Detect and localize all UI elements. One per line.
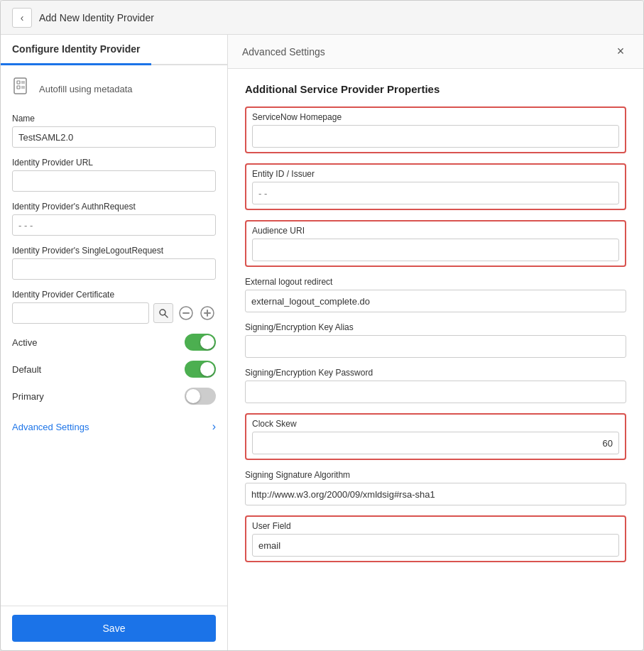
cert-minus-button[interactable] xyxy=(178,305,195,322)
input-name[interactable] xyxy=(12,126,216,148)
right-panel: Advanced Settings × Additional Service P… xyxy=(228,35,643,650)
label-signing-algorithm: Signing Signature Algorithm xyxy=(245,470,626,480)
input-entity-id[interactable] xyxy=(252,182,619,204)
toggle-row-primary: Primary xyxy=(12,388,216,405)
section-title: Additional Service Provider Properties xyxy=(245,83,626,95)
save-button[interactable]: Save xyxy=(12,615,216,642)
autofill-row[interactable]: Autofill using metadata xyxy=(12,77,216,101)
form-group-name: Name xyxy=(12,114,216,148)
input-servicenow-homepage[interactable] xyxy=(252,125,619,148)
form-group-slo: Identity Provider's SingleLogoutRequest xyxy=(12,246,216,280)
input-slo[interactable] xyxy=(12,258,216,280)
label-slo: Identity Provider's SingleLogoutRequest xyxy=(12,246,216,256)
label-servicenow-homepage: ServiceNow Homepage xyxy=(252,112,619,122)
toggle-label-primary: Primary xyxy=(12,391,44,402)
modal-body: Configure Identity Provider xyxy=(1,35,643,650)
label-idp-url: Identity Provider URL xyxy=(12,158,216,168)
field-signing-key-alias: Signing/Encryption Key Alias xyxy=(245,322,626,358)
cert-add-button[interactable] xyxy=(199,305,216,322)
input-audience-uri[interactable] xyxy=(252,239,619,261)
autofill-icon xyxy=(12,77,32,101)
label-clock-skew: Clock Skew xyxy=(252,419,619,429)
field-entity-id: Entity ID / Issuer xyxy=(245,163,626,210)
input-idp-url[interactable] xyxy=(12,170,216,192)
label-signing-key-alias: Signing/Encryption Key Alias xyxy=(245,322,626,332)
advanced-settings-link[interactable]: Advanced Settings › xyxy=(12,415,216,439)
toggle-label-default: Default xyxy=(12,364,41,375)
label-cert: Identity Provider Certificate xyxy=(12,290,216,300)
toggle-label-active: Active xyxy=(12,337,37,348)
field-signing-key-password: Signing/Encryption Key Password xyxy=(245,368,626,403)
toggle-row-active: Active xyxy=(12,334,216,351)
input-user-field[interactable] xyxy=(252,534,619,557)
toggle-active[interactable] xyxy=(185,334,216,351)
modal-title: Add New Identity Provider xyxy=(39,12,154,23)
cert-row xyxy=(12,302,216,324)
label-user-field: User Field xyxy=(252,521,619,531)
label-external-logout: External logout redirect xyxy=(245,277,626,287)
input-cert[interactable] xyxy=(12,302,149,324)
modal-container: ‹ Add New Identity Provider Configure Id… xyxy=(0,0,644,651)
svg-rect-4 xyxy=(17,86,20,89)
input-signing-key-alias[interactable] xyxy=(245,335,626,358)
field-external-logout: External logout redirect xyxy=(245,277,626,312)
form-group-cert: Identity Provider Certificate xyxy=(12,290,216,324)
svg-line-8 xyxy=(165,314,168,317)
label-audience-uri: Audience URI xyxy=(252,226,619,236)
cert-search-button[interactable] xyxy=(153,303,173,323)
tab-bar: Configure Identity Provider xyxy=(1,35,227,65)
label-signing-key-password: Signing/Encryption Key Password xyxy=(245,368,626,378)
field-clock-skew: Clock Skew xyxy=(245,413,626,460)
label-authn: Identity Provider's AuthnRequest xyxy=(12,202,216,212)
toggle-primary[interactable] xyxy=(185,388,216,405)
svg-rect-1 xyxy=(17,81,20,84)
field-user-field: User Field xyxy=(245,515,626,562)
left-panel: Configure Identity Provider xyxy=(1,35,228,650)
form-group-authn: Identity Provider's AuthnRequest xyxy=(12,202,216,236)
autofill-label: Autofill using metadata xyxy=(39,84,133,94)
form-group-idp-url: Identity Provider URL xyxy=(12,158,216,192)
input-clock-skew[interactable] xyxy=(252,432,619,454)
save-btn-area: Save xyxy=(1,606,227,650)
toggle-default[interactable] xyxy=(185,361,216,378)
input-external-logout[interactable] xyxy=(245,290,626,312)
close-button[interactable]: × xyxy=(612,43,629,60)
input-signing-algorithm[interactable] xyxy=(245,483,626,505)
label-name: Name xyxy=(12,114,216,124)
input-signing-key-password[interactable] xyxy=(245,381,626,403)
chevron-right-icon: › xyxy=(212,420,216,433)
right-tab-label: Advanced Settings xyxy=(242,46,325,58)
back-button[interactable]: ‹ xyxy=(12,8,32,28)
field-audience-uri: Audience URI xyxy=(245,220,626,267)
field-servicenow-homepage: ServiceNow Homepage xyxy=(245,106,626,153)
input-authn[interactable] xyxy=(12,214,216,236)
advanced-settings-link-label: Advanced Settings xyxy=(12,422,89,432)
left-form: Autofill using metadata Name Identity Pr… xyxy=(1,65,227,606)
tab-configure[interactable]: Configure Identity Provider xyxy=(1,35,151,65)
right-form: Additional Service Provider Properties S… xyxy=(228,69,643,586)
right-header: Advanced Settings × xyxy=(228,35,643,69)
field-signing-algorithm: Signing Signature Algorithm xyxy=(245,470,626,505)
label-entity-id: Entity ID / Issuer xyxy=(252,169,619,179)
toggle-row-default: Default xyxy=(12,361,216,378)
modal-header: ‹ Add New Identity Provider xyxy=(1,1,643,35)
